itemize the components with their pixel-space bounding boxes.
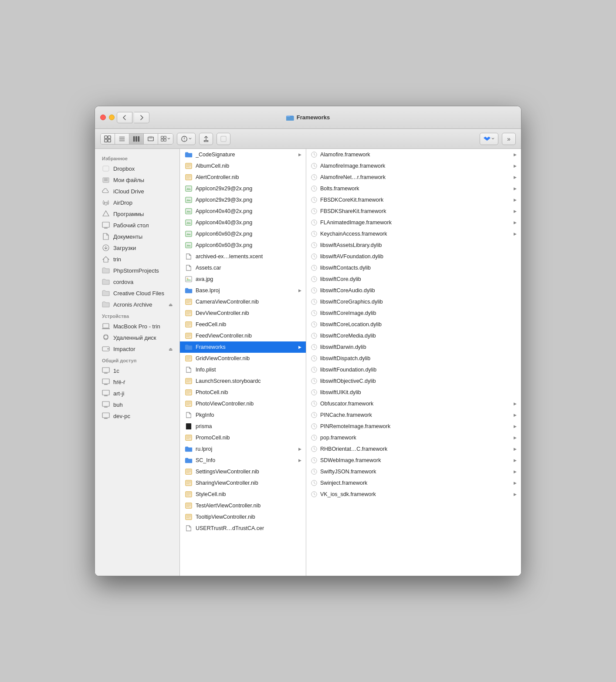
sidebar-item-desktop[interactable]: Рабочий стол xyxy=(95,219,179,231)
framework-item[interactable]: FBSDKCoreKit.framework ▶ xyxy=(306,194,521,206)
sidebar-item-art-ji[interactable]: art-ji xyxy=(95,388,179,399)
sidebar-item-macbook[interactable]: MacBook Pro - trin xyxy=(95,321,179,332)
file-item[interactable]: GridViewController.nib xyxy=(180,353,306,364)
file-item[interactable]: SharingViewController.nib xyxy=(180,477,306,489)
file-item[interactable]: AppIcon60x60@2x.png xyxy=(180,228,306,240)
file-item[interactable]: prisma xyxy=(180,421,306,432)
sidebar-item-icloud[interactable]: iCloud Drive xyxy=(95,186,179,197)
file-item[interactable]: AppIcon60x60@3x.png xyxy=(180,240,306,251)
action-button[interactable] xyxy=(177,133,196,145)
framework-item[interactable]: libswiftCoreGraphics.dylib xyxy=(306,296,521,307)
minimize-button[interactable] xyxy=(109,115,115,120)
file-item[interactable]: TestAlertViewController.nib xyxy=(180,500,306,511)
sidebar-item-phpstorm[interactable]: PhpStormProjects xyxy=(95,265,179,276)
sidebar-item-downloads[interactable]: Загрузки xyxy=(95,242,179,253)
sidebar-item-trin[interactable]: trin xyxy=(95,253,179,265)
sidebar-item-documents[interactable]: Документы xyxy=(95,231,179,242)
file-item[interactable]: PhotoCell.nib xyxy=(180,387,306,398)
framework-item[interactable]: libswiftCoreAudio.dylib xyxy=(306,285,521,296)
sidebar-item-cordova[interactable]: cordova xyxy=(95,276,179,287)
sidebar-item-dropbox[interactable]: Dropbox xyxy=(95,163,179,174)
sidebar-item-acronis[interactable]: Acronis Archive ⏏ xyxy=(95,299,179,310)
file-item[interactable]: USERTrustR…dTrustCA.cer xyxy=(180,523,306,534)
framework-item[interactable]: pop.framework ▶ xyxy=(306,432,521,443)
framework-item[interactable]: AlamofireImage.framework ▶ xyxy=(306,160,521,172)
sidebar-item-hre-f[interactable]: ħŕë-ŕ xyxy=(95,376,179,388)
file-item[interactable]: PromoCell.nib xyxy=(180,432,306,443)
framework-item[interactable]: Alamofire.framework ▶ xyxy=(306,149,521,160)
sidebar-item-1c[interactable]: 1с xyxy=(95,365,179,376)
file-item[interactable]: ru.lproj ▶ xyxy=(180,443,306,455)
sidebar-item-apps[interactable]: Программы xyxy=(95,208,179,219)
view-cover-button[interactable] xyxy=(144,134,158,144)
file-item[interactable]: LaunchScreen.storyboardc xyxy=(180,375,306,387)
framework-item[interactable]: libswiftCore.dylib xyxy=(306,273,521,285)
dropbox-button[interactable] xyxy=(480,133,498,145)
framework-item[interactable]: VK_ios_sdk.framework ▶ xyxy=(306,489,521,500)
file-item[interactable]: AppIcon40x40@3x.png xyxy=(180,217,306,228)
framework-item[interactable]: libswiftFoundation.dylib xyxy=(306,364,521,375)
file-item[interactable]: FeedViewController.nib xyxy=(180,330,306,341)
file-item[interactable]: FeedCell.nib xyxy=(180,319,306,330)
framework-item[interactable]: libswiftUIKit.dylib xyxy=(306,387,521,398)
file-item[interactable]: SC_Info ▶ xyxy=(180,455,306,466)
file-item[interactable]: AppIcon29x29@3x.png xyxy=(180,194,306,206)
file-item[interactable]: AlertController.nib xyxy=(180,172,306,183)
file-item[interactable]: Frameworks ▶ xyxy=(180,341,306,353)
close-button[interactable] xyxy=(100,115,106,120)
framework-item[interactable]: PINCache.framework ▶ xyxy=(306,409,521,421)
framework-item[interactable]: libswiftAssetsLibrary.dylib xyxy=(306,240,521,251)
framework-item[interactable]: SDWebImage.framework ▶ xyxy=(306,455,521,466)
tag-button[interactable] xyxy=(217,133,230,145)
file-item[interactable]: DevViewController.nib xyxy=(180,307,306,319)
forward-button[interactable] xyxy=(134,112,149,123)
framework-item[interactable]: libswiftContacts.dylib xyxy=(306,262,521,273)
file-item[interactable]: PkgInfo xyxy=(180,409,306,421)
framework-item[interactable]: libswiftObjectiveC.dylib xyxy=(306,375,521,387)
view-icon-button[interactable] xyxy=(101,134,115,144)
file-item[interactable]: AppIcon40x40@2x.png xyxy=(180,206,306,217)
framework-item[interactable]: libswiftDarwin.dylib xyxy=(306,341,521,353)
framework-item[interactable]: PINRemoteImage.framework ▶ xyxy=(306,421,521,432)
file-item[interactable]: CameraViewController.nib xyxy=(180,296,306,307)
file-item[interactable]: Info.plist xyxy=(180,364,306,375)
sidebar-item-buh[interactable]: buh xyxy=(95,399,179,410)
file-item[interactable]: _CodeSignature ▶ xyxy=(180,149,306,160)
back-button[interactable] xyxy=(117,112,132,123)
file-item[interactable]: StyleCell.nib xyxy=(180,489,306,500)
view-list-button[interactable] xyxy=(115,134,129,144)
file-item[interactable]: AlbumCell.nib xyxy=(180,160,306,172)
view-column-button[interactable] xyxy=(129,134,144,144)
file-item[interactable]: Assets.car xyxy=(180,262,306,273)
framework-item[interactable]: AlamofireNet…r.framework ▶ xyxy=(306,172,521,183)
framework-item[interactable]: Obfuscator.framework ▶ xyxy=(306,398,521,409)
file-item[interactable]: Base.lproj ▶ xyxy=(180,285,306,296)
view-group-button[interactable] xyxy=(158,134,173,144)
more-button[interactable]: » xyxy=(502,133,516,145)
framework-item[interactable]: libswiftAVFoundation.dylib xyxy=(306,251,521,262)
framework-item[interactable]: RHBOrientat…C.framework ▶ xyxy=(306,443,521,455)
file-item[interactable]: PhotoViewController.nib xyxy=(180,398,306,409)
sidebar-item-airdrop[interactable]: AirDrop xyxy=(95,197,179,208)
framework-item[interactable]: libswiftCoreLocation.dylib xyxy=(306,319,521,330)
framework-item[interactable]: SwiftyJSON.framework ▶ xyxy=(306,466,521,477)
sidebar-item-myfiles[interactable]: Мои файлы xyxy=(95,174,179,186)
share-button[interactable] xyxy=(199,133,213,145)
framework-item[interactable]: libswiftCoreImage.dylib xyxy=(306,307,521,319)
framework-item[interactable]: Swinject.framework ▶ xyxy=(306,477,521,489)
sidebar-item-creative-cloud[interactable]: Creative Cloud Files xyxy=(95,287,179,299)
framework-item[interactable]: FBSDKShareKit.framework ▶ xyxy=(306,206,521,217)
framework-item[interactable]: KeychainAccess.framework ▶ xyxy=(306,228,521,240)
file-item[interactable]: archived-ex…lements.xcent xyxy=(180,251,306,262)
file-item[interactable]: SettingsViewController.nib xyxy=(180,466,306,477)
sidebar-item-impactor[interactable]: Impactor ⏏ xyxy=(95,343,179,355)
framework-item[interactable]: FLAnimatedImage.framework ▶ xyxy=(306,217,521,228)
sidebar-item-remote-disk[interactable]: Удаленный диск xyxy=(95,332,179,343)
file-item[interactable]: TooltipViewController.nib xyxy=(180,511,306,523)
file-item[interactable]: ava.jpg xyxy=(180,273,306,285)
framework-item[interactable]: Bolts.framework ▶ xyxy=(306,183,521,194)
framework-item[interactable]: libswiftCoreMedia.dylib xyxy=(306,330,521,341)
framework-item[interactable]: libswiftDispatch.dylib xyxy=(306,353,521,364)
file-item[interactable]: AppIcon29x29@2x.png xyxy=(180,183,306,194)
sidebar-item-dev-pc[interactable]: dev-pc xyxy=(95,410,179,422)
